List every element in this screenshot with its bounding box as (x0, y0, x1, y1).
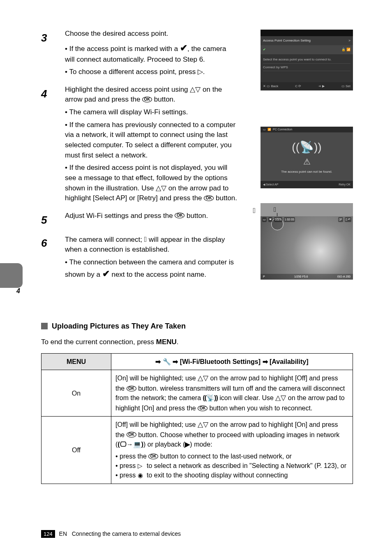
chapter-number: 4 (16, 286, 20, 296)
screenshot-ap-not-found: ▭📶PC Connection ((📡))⚠ The access point … (261, 127, 353, 188)
wrench-icon: 🔧 (163, 358, 171, 365)
updown-icon: △▽ (156, 184, 166, 192)
screenshot-access-point-list: Access Point Connection Setting> ✔🔒 📶 Se… (261, 30, 353, 90)
page-number: 124 (41, 530, 55, 538)
thumb2-msg: The access point can not be found. (281, 169, 332, 174)
wifi-icon: 􀙇 (253, 205, 256, 216)
step4-bullet3: • If the desired access point is not dis… (65, 163, 238, 204)
thumb1-title: Access Point Connection Setting (263, 38, 311, 43)
record-icon: ◉ (138, 471, 145, 480)
table-row: Off [Off] will be highlighted; use △▽ on… (42, 416, 353, 484)
row-off-desc: [Off] will be highlighted; use △▽ on the… (111, 416, 353, 484)
check-icon: ✔ (102, 269, 110, 279)
thumb1-row1: Select the access point you want to conn… (263, 56, 350, 64)
right-arrow-icon: ▷ (198, 68, 203, 76)
section-title: Uploading Pictures as They Are Taken (52, 321, 186, 331)
updown-icon: △▽ (198, 421, 208, 428)
row-off-label: Off (42, 416, 111, 484)
section-header: Uploading Pictures as They Are Taken (41, 321, 353, 331)
ok-button-icon: OK (204, 195, 214, 201)
updown-icon: △▽ (275, 394, 286, 402)
section-sub: To end the current connection, press MEN… (41, 337, 353, 347)
step6-bullet1: • The connection between the camera and … (65, 257, 242, 281)
updown-icon: △▽ (198, 374, 208, 382)
step-number-5: 5 (41, 211, 65, 228)
footer-label: Connecting the camera to external device… (72, 530, 181, 537)
screenshot-live-view: 􀙇 ▭❤10231:02:03▯F▯ ⁴ᴷ P1/250 F5.6ISO-A 2… (261, 203, 353, 280)
step4-bullet2: • If the camera has previously connected… (65, 120, 238, 161)
ok-button-icon: OK (198, 405, 208, 411)
availability-table: MENU ➡ 🔧 ➡ [Wi-Fi/Bluetooth Settings] ➡ … (41, 353, 353, 484)
step-number-3: 3 (41, 29, 65, 46)
ok-button-icon: OK (127, 386, 136, 391)
step4-line1: Highlight the desired access point using… (65, 85, 238, 105)
step3-line1: Choose the desired access point. (65, 29, 233, 39)
table-row: On [On] will be highlighted; use △▽ on t… (42, 370, 353, 417)
check-icon: ✔ (180, 43, 187, 53)
section-bullet-icon (41, 323, 48, 329)
ok-button-icon: OK (148, 454, 158, 459)
updown-icon: △▽ (190, 86, 201, 93)
list-item: press ◉ to exit to the shooting display … (115, 470, 348, 480)
access-point-icon: ((📡)) (203, 394, 218, 401)
thumb1-row2: Connect by WPS (263, 64, 350, 72)
step-number-6: 6 (41, 234, 65, 251)
ok-button-icon: OK (175, 213, 184, 218)
page-lang: EN (59, 530, 67, 537)
page-footer: 124 EN Connecting the camera to external… (41, 530, 181, 538)
step3-bullet2: • To choose a different access point, pr… (65, 67, 233, 77)
step3-bullet1: • If the access point is marked with a ✔… (65, 42, 233, 65)
step6-line1: The camera will connect; 􀙇 will appear i… (65, 234, 242, 255)
row-on-label: On (42, 370, 111, 417)
chapter-tab (0, 263, 23, 288)
right-arrow-icon: ▷ (138, 461, 145, 470)
step-number-4: 4 (41, 85, 65, 102)
ok-button-icon: OK (142, 97, 152, 102)
row-on-desc: [On] will be highlighted; use △▽ on the … (111, 370, 353, 417)
table-header-path: ➡ 🔧 ➡ [Wi-Fi/Bluetooth Settings] ➡ [Avai… (111, 354, 353, 370)
step4-bullet1: • The camera will display Wi-Fi settings… (65, 107, 238, 118)
list-item: press the OK button to connect to the la… (115, 451, 348, 461)
list-item: press ▷ to select a network as described… (115, 461, 348, 470)
table-header-menu: MENU (42, 354, 111, 370)
ok-button-icon: OK (127, 432, 136, 438)
